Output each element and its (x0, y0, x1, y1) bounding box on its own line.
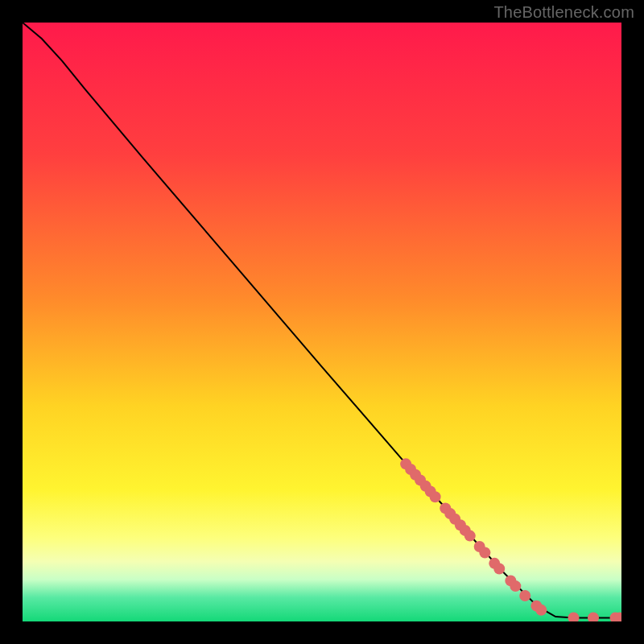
plot-area (23, 23, 621, 621)
chart-frame: TheBottleneck.com (0, 0, 644, 644)
marker-point (519, 590, 530, 601)
marker-point (430, 491, 441, 502)
marker-point (493, 564, 505, 575)
marker-point (479, 547, 490, 558)
marker-point (535, 605, 547, 616)
chart-svg (23, 23, 621, 621)
marker-point (464, 530, 476, 542)
attribution-label: TheBottleneck.com (493, 3, 634, 22)
gradient-background (23, 23, 621, 621)
marker-point (510, 580, 521, 592)
